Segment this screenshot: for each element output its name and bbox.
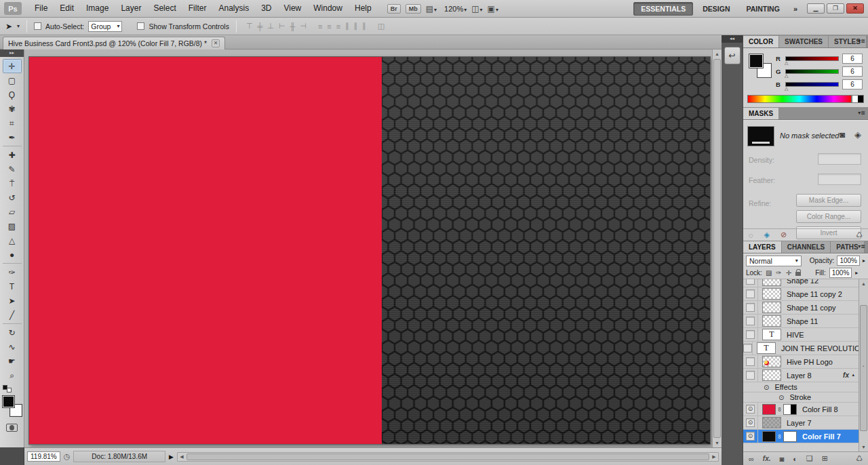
layer-row[interactable]: Shape 12 <box>743 279 859 287</box>
bridge-button[interactable]: Br <box>387 4 401 14</box>
layers-scroll-thumb[interactable] <box>860 305 867 431</box>
horizontal-scrollbar[interactable]: ◀ ▶ <box>177 452 719 462</box>
panel-menu-icon[interactable]: ▾≣ <box>858 38 865 44</box>
3d-orbit-tool-icon[interactable]: ∿ <box>3 340 22 354</box>
scroll-right-icon[interactable]: ▶ <box>710 454 718 460</box>
new-layer-icon[interactable]: ⊞ <box>822 454 828 463</box>
align-top-edges-icon[interactable]: ⊤ <box>246 22 253 31</box>
tab-layers[interactable]: LAYERS <box>743 241 782 253</box>
status-flyout-icon[interactable]: ▶ <box>169 453 174 460</box>
3d-rotate-tool-icon[interactable]: ↻ <box>3 325 22 340</box>
adjustment-layer-icon[interactable]: ◐ <box>793 455 797 463</box>
layer-thumbnail[interactable] <box>762 279 781 286</box>
path-selection-tool-icon[interactable]: ➤ <box>3 294 22 308</box>
group-select[interactable]: Group▾ <box>88 21 122 32</box>
align-left-edges-icon[interactable]: ⊢ <box>279 22 285 31</box>
visibility-toggle[interactable] <box>746 371 755 380</box>
text-layer-thumbnail[interactable]: T <box>762 329 781 340</box>
healing-brush-tool-icon[interactable]: ✚ <box>3 148 22 162</box>
distribute-top-edges-icon[interactable]: ≡ <box>318 22 322 31</box>
slider-marker-icon[interactable]: △ <box>785 61 788 65</box>
horizontal-scroll-thumb[interactable] <box>186 453 709 460</box>
close-button[interactable]: ✕ <box>846 3 864 14</box>
layer-thumbnail[interactable] <box>762 315 781 327</box>
layer-thumbnail[interactable] <box>762 356 781 367</box>
visibility-toggle[interactable] <box>746 289 755 298</box>
layer-row[interactable]: ⊙Layer 7 <box>743 416 859 430</box>
add-layer-mask-icon[interactable]: ◙ <box>780 455 785 463</box>
mask-edge-button[interactable]: Mask Edge... <box>796 194 861 207</box>
layer-row[interactable]: ⊙8Color Fill 8 <box>743 403 859 416</box>
menu-window[interactable]: Window <box>307 0 349 17</box>
visibility-toggle[interactable] <box>746 303 755 312</box>
menu-filter[interactable]: Filter <box>182 0 213 17</box>
color-spectrum-ramp[interactable] <box>747 95 852 103</box>
arrange-documents-button[interactable]: ◫▾ <box>471 4 482 14</box>
menu-file[interactable]: File <box>28 0 54 17</box>
channel-slider[interactable] <box>785 56 839 61</box>
line-tool-icon[interactable]: ╱ <box>3 308 22 322</box>
type-tool-icon[interactable]: T <box>3 279 22 294</box>
dock-collapse-icon[interactable]: ◂◂ <box>722 35 743 43</box>
toolbar-collapse-icon[interactable]: ▸▸ <box>0 49 24 57</box>
dodge-tool-icon[interactable]: ● <box>3 247 22 262</box>
auto-select-checkbox[interactable] <box>34 22 41 30</box>
panel-menu-icon[interactable]: ▾≣ <box>858 243 865 249</box>
scroll-down-icon[interactable]: ▼ <box>859 443 868 451</box>
opacity-slider-icon[interactable]: ▸ <box>863 258 865 264</box>
scroll-up-icon[interactable]: ▲ <box>713 49 722 58</box>
text-layer-thumbnail[interactable]: T <box>757 342 776 354</box>
layer-thumbnail[interactable] <box>762 302 781 313</box>
mini-bridge-button[interactable]: Mb <box>406 4 421 14</box>
menu-analysis[interactable]: Analysis <box>212 0 255 17</box>
layer-row[interactable]: TJOIN THE REVOLUTION! <box>743 342 859 355</box>
align-right-edges-icon[interactable]: ⊣ <box>300 22 307 31</box>
hand-tool-icon[interactable]: ☛ <box>3 354 22 368</box>
clone-stamp-tool-icon[interactable]: ⍑ <box>3 176 22 190</box>
layer-row[interactable]: Shape 11 <box>743 315 859 328</box>
visibility-toggle[interactable] <box>746 330 755 339</box>
menu-layer[interactable]: Layer <box>115 0 147 17</box>
add-vector-mask-icon[interactable]: ◈ <box>854 129 861 140</box>
crop-tool-icon[interactable]: ⌗ <box>3 116 22 130</box>
layer-thumbnail[interactable] <box>762 417 781 428</box>
restore-button[interactable]: ❐ <box>827 3 844 14</box>
zoom-tool-icon[interactable]: ⌕ <box>3 368 22 382</box>
default-colors-icon[interactable] <box>3 385 12 392</box>
eyedropper-tool-icon[interactable]: ✒ <box>3 130 22 144</box>
panel-foreground-swatch[interactable] <box>749 54 764 68</box>
channel-slider[interactable] <box>785 69 839 74</box>
visibility-toggle[interactable]: ⊙ <box>746 405 755 413</box>
fill-field[interactable]: 100% <box>829 268 852 278</box>
workspace-overflow-icon[interactable]: » <box>793 5 797 13</box>
eraser-tool-icon[interactable]: ▱ <box>3 205 22 219</box>
show-transform-checkbox[interactable] <box>137 22 144 30</box>
workspace-design[interactable]: DESIGN <box>696 3 736 15</box>
apply-mask-icon[interactable]: ◈ <box>764 230 770 239</box>
distribute-left-edges-icon[interactable]: ∥ <box>345 22 349 31</box>
slider-marker-icon[interactable]: △ <box>785 87 788 91</box>
vertical-scroll-thumb[interactable] <box>713 59 721 438</box>
visibility-toggle[interactable]: ⊙ <box>746 418 755 427</box>
channel-value-field[interactable]: 6 <box>842 79 863 89</box>
menu-select[interactable]: Select <box>147 0 182 17</box>
tab-masks[interactable]: MASKS <box>743 108 779 119</box>
blend-mode-select[interactable]: Normal▾ <box>746 256 802 266</box>
visibility-toggle[interactable] <box>743 344 752 352</box>
fill-color-swatch[interactable] <box>762 404 776 415</box>
menu-view[interactable]: View <box>277 0 307 17</box>
layer-thumbnail[interactable] <box>762 288 781 300</box>
scroll-down-icon[interactable]: ▼ <box>713 439 722 447</box>
minimize-button[interactable]: ▁ <box>807 3 825 14</box>
panel-menu-icon[interactable]: ▾≣ <box>858 110 865 116</box>
visibility-toggle[interactable] <box>746 317 755 325</box>
tab-color[interactable]: COLOR <box>743 36 779 47</box>
layer-style-icon[interactable]: fx. <box>763 455 771 462</box>
mask-selection-icon[interactable]: ◌ <box>749 231 753 239</box>
layer-row[interactable]: Layer 8fx▴ <box>743 369 859 382</box>
workspace-essentials[interactable]: ESSENTIALS <box>633 2 693 16</box>
screen-mode-button[interactable]: ▣▾ <box>488 4 498 14</box>
opacity-field[interactable]: 100% <box>837 256 860 266</box>
slider-marker-icon[interactable]: △ <box>785 74 788 78</box>
new-group-icon[interactable]: ❏ <box>806 454 813 463</box>
